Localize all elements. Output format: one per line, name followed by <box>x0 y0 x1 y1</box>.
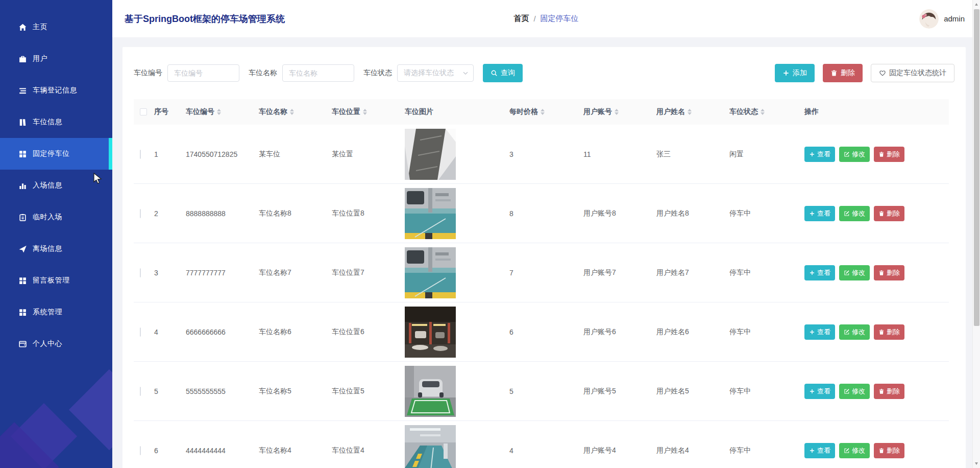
sidebar-item-vehicle-registration[interactable]: 车辆登记信息 <box>0 75 112 106</box>
cell-space-name: 车位名称5 <box>259 387 332 396</box>
sidebar-item-temp-entry[interactable]: 临时入场 <box>0 201 112 233</box>
sidebar-item-fixed-parking[interactable]: 固定停车位 <box>0 138 112 170</box>
sidebar-item-exit-info[interactable]: 离场信息 <box>0 233 112 265</box>
column-header[interactable]: 车位名称 <box>259 107 332 116</box>
edit-button[interactable]: 修改 <box>839 384 870 399</box>
search-button[interactable]: 查询 <box>483 64 523 82</box>
parking-photo[interactable] <box>405 188 456 239</box>
column-header[interactable]: 车位状态 <box>729 107 804 116</box>
row-checkbox[interactable] <box>140 446 141 455</box>
sort-icon[interactable] <box>688 109 692 115</box>
cell-space-location: 车位位置7 <box>332 268 405 277</box>
parking-photo[interactable] <box>405 425 456 468</box>
sidebar-item-entry-info[interactable]: 入场信息 <box>0 170 112 201</box>
filter-input-space-code[interactable] <box>167 64 239 82</box>
table-row: 37777777777车位名称7车位位置77用户账号7用户姓名7停车中查看修改删… <box>134 243 949 302</box>
column-header[interactable]: 用户姓名 <box>656 107 729 116</box>
cell-checkbox <box>134 269 154 277</box>
edit-button[interactable]: 修改 <box>839 443 870 458</box>
cell-space-code: 6666666666 <box>186 328 259 336</box>
sidebar-item-home[interactable]: 主页 <box>0 11 112 43</box>
sort-icon[interactable] <box>290 109 294 115</box>
row-checkbox[interactable] <box>140 150 141 159</box>
column-header[interactable]: 用户账号 <box>583 107 656 116</box>
sort-icon[interactable] <box>541 109 545 115</box>
edit-icon <box>844 448 850 454</box>
add-button[interactable]: 添加 <box>775 64 815 82</box>
cell-space-code: 8888888888 <box>186 209 259 218</box>
column-header: 车位图片 <box>405 107 509 116</box>
edit-button[interactable]: 修改 <box>839 147 870 162</box>
heart-icon <box>879 69 886 77</box>
view-button-label: 查看 <box>817 209 830 218</box>
sort-icon[interactable] <box>217 109 221 115</box>
plus-icon <box>809 388 815 394</box>
sort-icon[interactable] <box>363 109 367 115</box>
row-checkbox[interactable] <box>140 387 141 396</box>
delete-button[interactable]: 删除 <box>823 64 863 82</box>
filter-input-space-name[interactable] <box>282 64 354 82</box>
scrollbar-up-arrow[interactable] <box>975 3 978 6</box>
view-button[interactable]: 查看 <box>804 324 835 340</box>
trash-icon <box>878 270 885 276</box>
user-menu[interactable]: admin <box>919 9 965 29</box>
column-header[interactable]: 每时价格 <box>509 107 583 116</box>
parking-photo[interactable] <box>405 307 456 358</box>
sort-icon[interactable] <box>761 109 765 115</box>
sidebar-item-profile[interactable]: 个人中心 <box>0 328 112 360</box>
cell-checkbox <box>134 328 154 336</box>
status-stats-button[interactable]: 固定车位状态统计 <box>871 64 954 82</box>
row-delete-button[interactable]: 删除 <box>874 206 904 221</box>
search-icon <box>491 69 498 77</box>
edit-button[interactable]: 修改 <box>839 265 870 280</box>
content: 车位编号车位名称车位状态请选择车位状态 查询 添加 删除 <box>112 37 980 468</box>
parking-photo[interactable] <box>405 247 456 298</box>
row-delete-button[interactable]: 删除 <box>874 324 904 340</box>
view-button[interactable]: 查看 <box>804 384 835 399</box>
row-checkbox[interactable] <box>140 327 141 337</box>
select-all-checkbox[interactable] <box>140 108 147 115</box>
cell-user-name: 用户姓名7 <box>656 268 729 277</box>
breadcrumb-home[interactable]: 首页 <box>513 14 529 24</box>
column-header[interactable]: 车位编号 <box>186 107 259 116</box>
filter-toolbar: 车位编号车位名称车位状态请选择车位状态 查询 添加 删除 <box>134 64 954 82</box>
scrollbar-thumb[interactable] <box>974 9 979 326</box>
row-delete-button[interactable]: 删除 <box>874 265 904 280</box>
filter-fields: 车位编号车位名称车位状态请选择车位状态 <box>134 64 483 82</box>
cell-user-account: 用户账号6 <box>583 327 656 337</box>
edit-button[interactable]: 修改 <box>839 206 870 221</box>
row-checkbox[interactable] <box>140 268 141 277</box>
scrollbar-down-arrow[interactable] <box>975 462 978 465</box>
row-delete-button[interactable]: 删除 <box>874 147 904 162</box>
row-delete-button[interactable]: 删除 <box>874 384 904 399</box>
edit-icon <box>844 151 850 157</box>
trash-icon <box>830 69 838 77</box>
view-button[interactable]: 查看 <box>804 443 835 458</box>
filter-label: 车位状态 <box>363 68 392 78</box>
sidebar-item-parking-info[interactable]: 车位信息 <box>0 106 112 138</box>
filter-select-space-status[interactable]: 请选择车位状态 <box>397 64 474 82</box>
sidebar-item-label: 个人中心 <box>33 339 62 348</box>
sidebar-item-system-manage[interactable]: 系统管理 <box>0 296 112 328</box>
sort-icon[interactable] <box>615 109 619 115</box>
view-button-label: 查看 <box>817 387 830 396</box>
parking-photo[interactable] <box>405 366 456 417</box>
scrollbar[interactable] <box>972 0 980 468</box>
sidebar-item-users[interactable]: 用户 <box>0 43 112 75</box>
cell-actions: 查看修改删除 <box>804 384 949 399</box>
plus-icon <box>809 448 815 454</box>
column-header: 操作 <box>804 107 949 116</box>
sidebar-item-message-board[interactable]: 留言板管理 <box>0 265 112 296</box>
column-header[interactable]: 车位位置 <box>332 107 405 116</box>
row-checkbox[interactable] <box>140 209 141 218</box>
avatar[interactable] <box>919 9 939 29</box>
edit-button[interactable]: 修改 <box>839 324 870 340</box>
parking-photo[interactable] <box>405 129 456 180</box>
view-button[interactable]: 查看 <box>804 147 835 162</box>
view-button[interactable]: 查看 <box>804 265 835 280</box>
cell-space-location: 某位置 <box>332 150 405 159</box>
plus-icon <box>809 329 815 335</box>
row-delete-button[interactable]: 删除 <box>874 443 904 458</box>
trash-icon <box>878 210 885 217</box>
view-button[interactable]: 查看 <box>804 206 835 221</box>
